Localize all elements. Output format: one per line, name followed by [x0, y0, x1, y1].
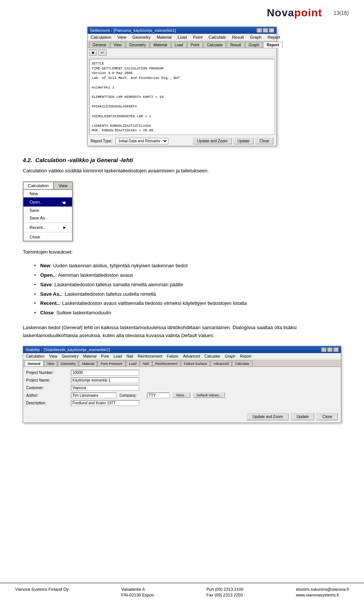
menu-graph[interactable]: Graph	[248, 35, 263, 40]
update-button[interactable]: Update	[233, 138, 254, 144]
description-label: Description:	[26, 401, 68, 405]
footer-phone: Puh (09) 2313 2100	[207, 587, 243, 592]
list-item-save-as: Save As..: Laskentatiedoston talletus uu…	[34, 290, 341, 298]
stab-menu-reinforcement[interactable]: Reinforcement	[136, 354, 163, 359]
more-button[interactable]: More...	[173, 393, 190, 398]
stab-tab-failure-surface[interactable]: Failure Surface	[181, 361, 210, 366]
stab-menu-view[interactable]: View	[48, 354, 58, 359]
stab-menu-graph[interactable]: Graph	[224, 354, 237, 359]
tab-result[interactable]: Result	[227, 42, 244, 48]
menu-separator-2	[24, 232, 72, 232]
footer-company: Vianova Systems Finland Oy	[15, 587, 69, 592]
dropdown-menu: New Open.. ☛ Save Save As.. Recent.. ▶ C…	[23, 189, 72, 241]
tab-geometry[interactable]: Geometry	[126, 42, 149, 48]
project-name-input[interactable]	[71, 377, 139, 383]
close-button[interactable]: ✕	[269, 28, 274, 33]
update-zoom-button[interactable]: Update and Zoom	[193, 138, 232, 144]
stab-maximize-btn[interactable]: □	[327, 347, 333, 352]
description-input[interactable]	[71, 400, 139, 406]
stab-update-button[interactable]: Update	[291, 413, 314, 420]
stab-tab-nail[interactable]: Nail	[140, 361, 152, 366]
stab-menu-advanced[interactable]: Advanced	[182, 354, 201, 359]
stab-menu-load[interactable]: Load	[113, 354, 123, 359]
default-values-button[interactable]: Default Values...	[193, 393, 225, 398]
report-type-select[interactable]: Initial Data and Remarks	[115, 138, 168, 144]
section-title: 4.2. Calculation -valikko ja General -le…	[23, 157, 341, 163]
tab-graph[interactable]: Graph	[245, 42, 263, 48]
menu-report[interactable]: Report	[266, 35, 282, 40]
stab-menu-failure[interactable]: Failure	[166, 354, 180, 359]
stab-tab-advanced[interactable]: Advanced	[210, 361, 232, 366]
footer-email: etunimi.sukunimi@vianova.fi	[296, 587, 349, 592]
menu-item-save-as[interactable]: Save As..	[24, 214, 72, 222]
calc-tab-calculation[interactable]: Calculation	[23, 182, 53, 189]
stab-menu-calculation[interactable]: Calculation	[25, 354, 46, 359]
menu-material[interactable]: Material	[155, 35, 173, 40]
project-name-label: Project Name:	[26, 378, 68, 382]
project-number-input[interactable]	[71, 370, 139, 375]
minimize-button[interactable]: _	[257, 28, 262, 33]
list-item-new: New: Uuden laskennan aloitus, tyhjentää …	[34, 262, 341, 270]
close-btn[interactable]: Close	[255, 138, 273, 144]
tab-calculate[interactable]: Calculate	[204, 42, 226, 48]
author-input[interactable]	[71, 393, 116, 398]
menu-point[interactable]: Point	[191, 35, 204, 40]
customer-label: Customer:	[26, 386, 68, 390]
tab-general[interactable]: General	[89, 42, 110, 48]
stab-tab-pore-pressure[interactable]: Pore Pressure	[97, 361, 126, 366]
menu-load[interactable]: Load	[176, 35, 188, 40]
report-footer: Report Type: Initial Data and Remarks Up…	[88, 136, 276, 146]
tab-view[interactable]: View	[110, 42, 126, 48]
stab-tab-geometry[interactable]: Geometry	[58, 361, 79, 366]
tab-load[interactable]: Load	[171, 42, 187, 48]
menu-calculation[interactable]: Calculation	[89, 35, 113, 40]
description-row: Description:	[26, 400, 338, 406]
stab-minimize-btn[interactable]: _	[321, 347, 326, 352]
maximize-button[interactable]: □	[263, 28, 268, 33]
report-text-area[interactable]: SETTLE TIME-SETTLEMENT CALCULATION PROGR…	[89, 59, 275, 135]
stab-tab-calculate[interactable]: Calculate	[232, 361, 253, 366]
stab-menu-calculate[interactable]: Calculate	[203, 354, 221, 359]
tab-material[interactable]: Material	[150, 42, 171, 48]
title-bar-controls[interactable]: _ □ ✕	[257, 28, 274, 33]
menu-result[interactable]: Result	[231, 35, 245, 40]
stab-update-zoom-button[interactable]: Update and Zoom	[247, 413, 289, 420]
menu-item-new[interactable]: New	[24, 190, 72, 197]
bullet-list: New: Uuden laskennan aloitus, tyhjentää …	[34, 262, 341, 317]
stab-tab-reinforcement[interactable]: Reinforcement	[152, 361, 181, 366]
tab-point[interactable]: Point	[187, 42, 203, 48]
calc-tab-view[interactable]: View	[53, 182, 72, 189]
stab-menu-geometry[interactable]: Geometry	[61, 354, 80, 359]
stab-tab-material[interactable]: Material	[79, 361, 97, 366]
menu-item-recent[interactable]: Recent.. ▶	[24, 224, 72, 231]
settlement-screenshot: Settlement - [Painuma_käyttöohje_esimerk…	[23, 27, 341, 146]
stability-title: Stability - [Stabiliteetti_käyttöohje_es…	[25, 347, 110, 352]
stability-title-controls[interactable]: _ □ ✕	[321, 347, 339, 352]
calc-menu-window: Calculation View New Open.. ☛ Save Save …	[23, 181, 73, 241]
stab-menu-nail[interactable]: Nail	[126, 354, 134, 359]
project-name-row: Project Name:	[26, 377, 338, 383]
menu-item-save[interactable]: Save	[24, 207, 72, 214]
logo: Novapoint	[267, 7, 322, 19]
tab-report[interactable]: Report	[263, 42, 282, 48]
stab-menu-material[interactable]: Material	[82, 354, 98, 359]
stab-tab-load[interactable]: Load	[126, 361, 140, 366]
menu-view[interactable]: View	[116, 35, 128, 40]
stab-menu-pore[interactable]: Pore	[100, 354, 110, 359]
menu-item-close[interactable]: Close	[24, 233, 72, 241]
toolbar-btn-2[interactable]: ↩	[98, 49, 107, 56]
stab-menu-report[interactable]: Report	[239, 354, 253, 359]
menu-geometry[interactable]: Geometry	[131, 35, 152, 40]
stab-close-button[interactable]: Close	[317, 413, 338, 420]
logo-area: Novapoint 13(16)	[267, 7, 349, 19]
stab-close-btn[interactable]: ✕	[333, 347, 339, 352]
toolbar: ■ ↩	[88, 48, 276, 57]
stab-tab-view[interactable]: View	[44, 361, 57, 366]
menu-item-open[interactable]: Open.. ☛	[24, 197, 72, 207]
customer-input[interactable]	[71, 385, 139, 391]
menu-calculate[interactable]: Calculate	[207, 35, 228, 40]
company-input[interactable]	[147, 393, 170, 398]
toolbar-btn-1[interactable]: ■	[89, 49, 97, 56]
stab-tab-general[interactable]: General	[25, 361, 44, 366]
settlement-tab-bar: General View Geometry Material Load Poin…	[88, 41, 276, 48]
